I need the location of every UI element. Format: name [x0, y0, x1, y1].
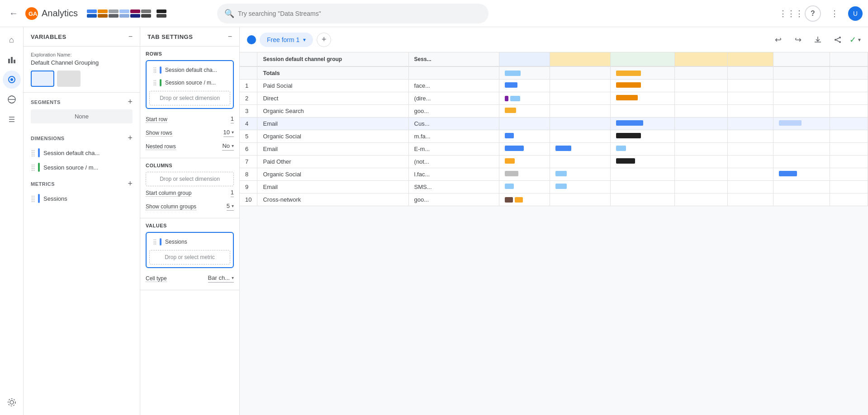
- th-col1[interactable]: [499, 52, 550, 66]
- rows-drop-zone[interactable]: Drop or select dimension: [149, 91, 230, 105]
- segments-title: SEGMENTS: [31, 99, 61, 105]
- search-input[interactable]: [238, 10, 481, 17]
- row-8-bar3: [611, 168, 675, 181]
- cell-type-select[interactable]: Bar ch... ▾: [208, 274, 234, 283]
- back-button[interactable]: ←: [5, 5, 22, 22]
- sidebar-icon-explore[interactable]: [3, 71, 21, 89]
- nested-rows-select[interactable]: No ▾: [222, 142, 234, 151]
- variables-minimize-button[interactable]: −: [128, 33, 133, 41]
- start-row-row: Start row 1: [146, 113, 234, 126]
- columns-drop-zone[interactable]: Drop or select dimension: [146, 172, 234, 186]
- dimensions-add-button[interactable]: +: [128, 133, 133, 143]
- add-tab-button[interactable]: +: [317, 33, 331, 47]
- values-drop-zone[interactable]: Drop or select metric: [149, 250, 230, 264]
- drag-item-handle-1: ⣿: [153, 67, 157, 73]
- row-9-bar6: [773, 181, 830, 193]
- search-icon: 🔍: [224, 9, 234, 19]
- sidebar-icon-advertising[interactable]: [3, 90, 21, 108]
- row-1-bar2: [550, 80, 611, 92]
- bar-blue: [510, 96, 520, 101]
- row-5-num: 5: [240, 130, 257, 143]
- th-col4[interactable]: [675, 52, 728, 66]
- search-bar[interactable]: 🔍: [217, 4, 489, 24]
- rows-item-2[interactable]: ⣿ Session source / m...: [149, 76, 230, 89]
- tab-dropdown-icon: ▾: [303, 37, 306, 43]
- show-col-groups-value: 5: [227, 203, 230, 209]
- download-button[interactable]: [810, 32, 826, 48]
- left-sidebar: ⌂: [0, 27, 24, 415]
- row-5-bar5: [728, 130, 773, 143]
- tab-pill[interactable]: Free form 1 ▾: [260, 33, 313, 47]
- bar: [555, 171, 567, 176]
- redo-button[interactable]: ↪: [790, 32, 806, 48]
- sidebar-icon-reports[interactable]: [3, 51, 21, 69]
- row-1-num: 1: [240, 80, 257, 92]
- bar: [616, 120, 643, 126]
- segments-empty: None: [31, 109, 133, 123]
- apps-button[interactable]: ⋮⋮⋮: [783, 5, 799, 22]
- more-button[interactable]: ⋮: [826, 5, 843, 22]
- show-rows-select[interactable]: 10 ▾: [223, 129, 234, 137]
- totals-bar2: [550, 66, 611, 80]
- help-button[interactable]: ?: [805, 5, 821, 22]
- metrics-add-button[interactable]: +: [128, 179, 133, 189]
- values-item-1[interactable]: ⣿ Sessions: [149, 236, 230, 248]
- undo-button[interactable]: ↩: [770, 32, 786, 48]
- row-10-bar6: [773, 193, 830, 206]
- start-col-group-label: Start column group: [146, 190, 191, 197]
- show-rows-chevron: ▾: [232, 130, 234, 135]
- share-button[interactable]: [830, 32, 846, 48]
- sidebar-icon-home[interactable]: ⌂: [3, 31, 21, 49]
- row-2-bar4: [675, 92, 728, 105]
- totals-bar6: [773, 66, 830, 80]
- row-2-dim2: (dire...: [408, 92, 499, 105]
- metric-label-1: Sessions: [43, 195, 67, 202]
- tab-settings-minimize-button[interactable]: −: [228, 33, 232, 41]
- sidebar-icon-configure[interactable]: [3, 110, 21, 128]
- row-6-bar2: [550, 143, 611, 156]
- th-col3[interactable]: [611, 52, 675, 66]
- row-4-bar6: [773, 118, 830, 130]
- row-9-bar5: [728, 181, 773, 193]
- th-col7[interactable]: [830, 52, 868, 66]
- row-7-bar4: [675, 156, 728, 168]
- user-avatar[interactable]: U: [848, 6, 863, 21]
- row-2-dim1: Direct: [257, 92, 408, 105]
- th-dim2[interactable]: Sess...: [408, 52, 499, 66]
- exploration-info: Exploration Name: Default Channel Groupi…: [24, 47, 140, 93]
- thumbnail-1[interactable]: [31, 71, 54, 87]
- row-5-bar4: [675, 130, 728, 143]
- show-col-groups-select[interactable]: 5 ▾: [227, 203, 234, 211]
- row-8-bar7: [830, 168, 868, 181]
- table-row: 4 Email Cus...: [240, 118, 868, 130]
- sidebar-icon-admin[interactable]: [3, 393, 21, 411]
- report-table-container[interactable]: Session default channel group Sess...: [240, 52, 868, 415]
- svg-point-13: [839, 41, 841, 43]
- dimension-item-2[interactable]: ⣿ Session source / m...: [24, 160, 140, 174]
- th-col5[interactable]: [728, 52, 773, 66]
- row-3-bar7: [830, 105, 868, 118]
- totals-bar5: [728, 66, 773, 80]
- rows-item-1[interactable]: ⣿ Session default cha...: [149, 64, 230, 76]
- bar: [505, 146, 524, 151]
- row-6-bar7: [830, 143, 868, 156]
- start-row-value[interactable]: 1: [231, 115, 234, 123]
- th-col2[interactable]: [550, 52, 611, 66]
- th-col6[interactable]: [773, 52, 830, 66]
- thumbnail-2[interactable]: [57, 71, 81, 87]
- segments-add-button[interactable]: +: [128, 97, 133, 107]
- bar: [505, 158, 515, 164]
- row-2-bar7: [830, 92, 868, 105]
- status-button[interactable]: ✓ ▾: [849, 35, 861, 45]
- show-col-groups-row: Show column groups 5 ▾: [146, 200, 234, 213]
- metric-item-1[interactable]: ⣿ Sessions: [24, 191, 140, 206]
- row-4-dim1: Email: [257, 118, 408, 130]
- start-col-group-value[interactable]: 1: [231, 189, 234, 197]
- th-dim2-label: Sess...: [414, 56, 432, 62]
- metrics-header: METRICS +: [24, 174, 140, 191]
- row-3-bar5: [728, 105, 773, 118]
- cell-type-label: Cell type: [146, 275, 167, 282]
- dimension-item-1[interactable]: ⣿ Session default cha...: [24, 146, 140, 160]
- th-dim1[interactable]: Session default channel group: [257, 52, 408, 66]
- th-rownum: [240, 52, 257, 66]
